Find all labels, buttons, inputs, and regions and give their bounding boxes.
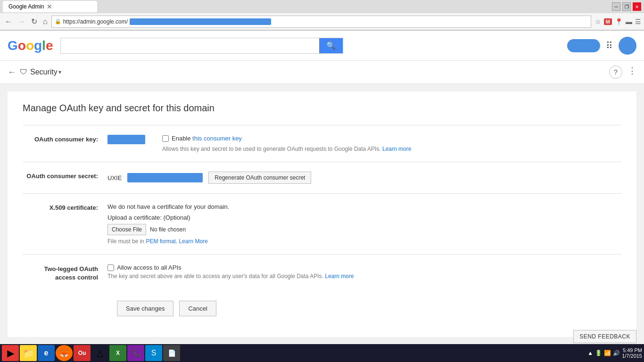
taskbar-outlook-icon[interactable]: Ou xyxy=(74,345,91,361)
action-section: Save changes Cancel xyxy=(23,291,621,326)
allow-row: Allow access to all APIs xyxy=(107,264,621,271)
user-blurred xyxy=(567,39,600,52)
oauth-secret-content: UXIE Regenerate OAuth consumer secret xyxy=(107,172,621,184)
cert-content: We do not have a certificate for your do… xyxy=(107,203,621,245)
tray-up-icon[interactable]: ▲ xyxy=(587,350,593,356)
home-btn[interactable]: ⌂ xyxy=(41,16,50,27)
tray-icons: ▲ 🔋 📶 🔊 5:49 PM 1/7/2015 xyxy=(587,347,642,359)
star-icon[interactable]: ☆ xyxy=(595,18,601,25)
taskbar-time: 5:49 PM 1/7/2015 xyxy=(622,347,642,359)
regenerate-secret-button[interactable]: Regenerate OAuth consumer secret xyxy=(208,172,311,184)
allow-apis-checkbox[interactable] xyxy=(107,264,114,271)
oauth-key-section: OAuth consumer key: Enable this consumer… xyxy=(23,125,621,162)
two-legged-label: Two-legged OAuthaccess control xyxy=(23,264,107,282)
taskbar-reader-icon[interactable]: 📄 xyxy=(163,345,180,361)
tab-title: Google Admin xyxy=(8,3,44,10)
page-title: Manage OAuth key and secret for this dom… xyxy=(23,103,621,114)
url-blurred xyxy=(130,18,271,25)
back-nav-btn[interactable]: ← xyxy=(3,16,14,27)
avatar[interactable] xyxy=(619,37,636,55)
taskbar-media-icon[interactable]: ▶ xyxy=(2,345,19,361)
taskbar-excel-icon[interactable]: X xyxy=(109,345,126,361)
menu-icon[interactable]: ☰ xyxy=(635,18,641,25)
enable-checkbox[interactable] xyxy=(162,135,169,142)
taskbar-drive-icon[interactable]: △ xyxy=(91,345,108,361)
url-text: https://admin.google.com/ xyxy=(63,18,128,25)
file-row: Choose File No file chosen xyxy=(107,224,621,235)
help-icon[interactable]: ? xyxy=(609,66,622,79)
search-input[interactable] xyxy=(61,38,319,53)
taskbar-ie-icon[interactable]: e xyxy=(38,345,55,361)
no-file-text: No file chosen xyxy=(150,226,186,233)
taskbar-viber-icon[interactable]: 📞 xyxy=(127,345,144,361)
address-bar[interactable]: 🔒 https://admin.google.com/ xyxy=(51,16,591,28)
tray-sound-icon: 🔊 xyxy=(613,350,620,356)
save-changes-button[interactable]: Save changes xyxy=(117,301,173,316)
header-right: ⠿ xyxy=(567,37,636,55)
two-legged-section: Two-legged OAuthaccess control Allow acc… xyxy=(23,254,621,291)
cert-section: X.509 certificate: We do not have a cert… xyxy=(23,193,621,254)
apps-icon[interactable]: ⠿ xyxy=(606,40,613,51)
reload-btn[interactable]: ↻ xyxy=(29,16,39,27)
enable-section: Enable this consumer key Allows this key… xyxy=(162,135,411,152)
enable-help-text: Allows this key and secret to be used to… xyxy=(162,146,411,152)
tray-power-icon: 🔋 xyxy=(595,350,602,356)
allow-apis-label: Allow access to all APIs xyxy=(117,264,182,271)
two-legged-content: Allow access to all APIs The key and sec… xyxy=(107,264,621,280)
allow-learn-more-link[interactable]: Learn more xyxy=(325,273,354,280)
send-feedback-button[interactable]: SEND FEEDBACK xyxy=(573,330,636,343)
main-content: Manage OAuth key and secret for this dom… xyxy=(8,91,636,337)
allow-apis-desc: The key and secret above are able to acc… xyxy=(107,273,621,280)
enable-row: Enable this consumer key xyxy=(162,135,411,142)
oauth-secret-section: OAuth consumer secret: UXIE Regenerate O… xyxy=(23,162,621,193)
oauth-key-row: Enable this consumer key Allows this key… xyxy=(107,135,621,152)
cast-icon[interactable]: ▬ xyxy=(626,18,632,25)
choose-file-button[interactable]: Choose File xyxy=(107,224,146,235)
dropdown-arrow-icon[interactable]: ▾ xyxy=(58,69,61,75)
secret-blurred xyxy=(127,173,203,182)
oauth-key-label: OAuth consumer key: xyxy=(23,135,107,143)
maps-icon[interactable]: 📍 xyxy=(615,18,623,25)
search-button[interactable]: 🔍 xyxy=(319,38,343,53)
page-nav-right: ? ⋮ xyxy=(609,66,636,79)
cert-label: X.509 certificate: xyxy=(23,203,107,211)
browser-tab[interactable]: Google Admin ✕ xyxy=(3,1,97,12)
gmail-icon[interactable]: M xyxy=(604,18,612,25)
close-btn[interactable]: ✕ xyxy=(633,2,641,11)
search-bar: 🔍 xyxy=(60,38,343,54)
google-logo[interactable]: Google xyxy=(8,38,53,53)
cert-upload-label: Upload a certificate: (Optional) xyxy=(107,214,621,221)
cert-no-cert-text: We do not have a certificate for your do… xyxy=(107,203,621,210)
taskbar-firefox-icon[interactable]: 🦊 xyxy=(56,345,73,361)
window-controls: ─ ❐ ✕ xyxy=(612,2,641,11)
page-nav: ← 🛡 Security ▾ ? ⋮ xyxy=(0,61,644,84)
tray-network-icon: 📶 xyxy=(604,350,611,356)
lock-icon: 🔒 xyxy=(55,18,61,25)
restore-btn[interactable]: ❐ xyxy=(622,2,631,11)
browser-nav: ← → ↻ ⌂ 🔒 https://admin.google.com/ ☆ M … xyxy=(0,13,644,30)
pem-format-link[interactable]: PEM format. xyxy=(146,238,177,245)
back-button[interactable]: ← xyxy=(8,67,16,77)
taskbar-files-icon[interactable]: 📁 xyxy=(20,345,37,361)
security-label[interactable]: Security xyxy=(30,68,58,76)
minimize-btn[interactable]: ─ xyxy=(612,2,620,11)
cancel-button[interactable]: Cancel xyxy=(179,301,216,316)
enable-label: Enable this consumer key xyxy=(172,135,242,142)
nav-icons: ☆ M 📍 ▬ ☰ xyxy=(595,18,641,25)
taskbar-skype-icon[interactable]: S xyxy=(145,345,162,361)
pem-format-text: File must be in PEM format. Learn More xyxy=(107,238,621,245)
secret-row: UXIE Regenerate OAuth consumer secret xyxy=(107,172,621,184)
taskbar: ▶ 📁 e 🦊 Ou △ X 📞 S 📄 ▲ 🔋 📶 🔊 5:49 PM 1/7… xyxy=(0,344,644,362)
enable-learn-more-link[interactable]: Learn more xyxy=(382,146,411,152)
enable-key-link[interactable]: this consumer key xyxy=(192,135,242,142)
cert-learn-more-link[interactable]: Learn More xyxy=(179,238,207,245)
oauth-secret-label: OAuth consumer secret: xyxy=(23,172,107,180)
shield-icon: 🛡 xyxy=(20,68,27,76)
google-header: Google 🔍 ⠿ xyxy=(0,31,644,61)
oauth-key-content: Enable this consumer key Allows this key… xyxy=(107,135,621,152)
tab-close-btn[interactable]: ✕ xyxy=(47,3,52,10)
secret-prefix-text: UXIE xyxy=(107,174,122,181)
forward-nav-btn[interactable]: → xyxy=(16,16,27,27)
oauth-key-blurred xyxy=(107,135,145,144)
more-options-icon[interactable]: ⋮ xyxy=(628,66,636,79)
